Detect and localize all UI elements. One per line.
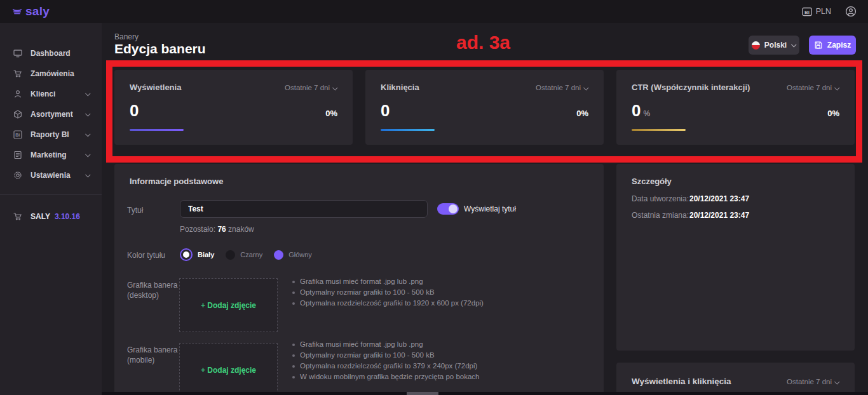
characters-remaining: Pozostało: 76 znaków (180, 225, 254, 234)
box-icon (13, 109, 23, 119)
floppy-icon (814, 41, 823, 50)
marketing-icon (13, 150, 23, 160)
section-title: Informacje podstawowe (130, 177, 223, 186)
detail-label: Data utworzenia: (632, 194, 689, 203)
show-title-toggle[interactable] (437, 203, 459, 215)
scrollbar-thumb[interactable] (407, 392, 438, 395)
stat-card-wyswietlenia: Wyświetlenia Ostatnie 7 dni 0 0% (114, 70, 353, 145)
show-title-label: Wyświetlaj tytuł (464, 204, 516, 213)
svg-text:Bi: Bi (15, 133, 20, 137)
chevron-down-icon (85, 111, 90, 116)
desktop-upload-dropzone[interactable]: + Dodaj zdjęcie (179, 278, 278, 332)
rule-item: Optymalny rozmiar grafiki to 100 - 500 k… (291, 351, 590, 359)
period-dropdown[interactable]: Ostatnie 7 dni (285, 84, 337, 91)
color-option-label: Główny (288, 251, 312, 258)
chevron-down-icon (85, 152, 90, 157)
mobile-image-rules: Grafika musi mieć format .jpg lub .png O… (291, 340, 590, 384)
mobile-image-label-2: (mobile) (127, 356, 154, 365)
period-dropdown[interactable]: Ostatnie 7 dni (787, 378, 839, 385)
color-option-glowny[interactable] (274, 250, 283, 260)
mobile-image-label: Grafika banera (127, 345, 177, 354)
stat-value: 0 (130, 101, 141, 121)
save-button-label: Zapisz (827, 41, 851, 50)
currency-code: PLN (816, 7, 831, 16)
stat-value: 0% (632, 101, 650, 121)
stat-title: Kliknięcia (381, 83, 419, 92)
bi-icon: Bi (13, 130, 23, 140)
currency-selector[interactable]: Bi PLN (802, 7, 831, 17)
logo-text: saly (25, 4, 50, 18)
color-option-czarny[interactable] (226, 250, 235, 260)
sidebar-item-label: Asortyment (31, 110, 83, 119)
language-dropdown[interactable]: Polski (749, 36, 799, 55)
period-dropdown[interactable]: Ostatnie 7 dni (536, 84, 588, 91)
sidebar-item-asortyment[interactable]: Asortyment (0, 104, 102, 124)
add-photo-button[interactable]: + Dodaj zdjęcie (201, 366, 256, 375)
sidebar-item-label: Ustawienia (31, 171, 83, 180)
account-icon[interactable] (845, 6, 857, 17)
sidebar-item-label: Zamówienia (31, 69, 90, 78)
mobile-upload-dropzone[interactable]: + Dodaj zdjęcie (179, 343, 278, 395)
sidebar-item-label: Raporty BI (31, 130, 83, 139)
app-version[interactable]: 3.10.16 (55, 212, 80, 221)
sidebar: Dashboard Zamówienia Klienci Asortyment (0, 23, 102, 395)
sidebar-item-klienci[interactable]: Klienci (0, 84, 102, 104)
detail-value: 20/12/2021 23:47 (689, 194, 749, 203)
sidebar-item-label: Klienci (31, 90, 83, 98)
details-title: Szczegóły (632, 177, 672, 186)
color-option-bialy[interactable] (180, 248, 193, 261)
bottom-scrollbar-track (102, 392, 868, 395)
chevron-down-icon (791, 42, 796, 47)
chevron-down-icon (85, 91, 90, 96)
app-version-row: SALY 3.10.16 (0, 211, 102, 222)
stat-title: CTR (Współczynnik interakcji) (632, 83, 750, 92)
stat-change: 0% (576, 109, 588, 118)
sidebar-item-ustawienia[interactable]: Ustawienia (0, 165, 102, 185)
rule-item: Optymalna rozdzielczość grafiki to 379 x… (291, 362, 590, 370)
sidebar-item-marketing[interactable]: Marketing (0, 145, 102, 165)
desktop-image-label: Grafika banera (127, 281, 177, 290)
color-field-label: Kolor tytułu (127, 251, 165, 260)
user-icon (13, 89, 23, 99)
save-button[interactable]: Zapisz (809, 36, 856, 55)
add-photo-button[interactable]: + Dodaj zdjęcie (201, 301, 256, 310)
basic-info-panel: Informacje podstawowe Tytuł Wyświetlaj t… (114, 164, 604, 395)
stat-value: 0 (381, 101, 392, 121)
annotation-text: ad. 3a (456, 32, 510, 53)
rule-item: Optymalny rozmiar grafiki to 100 - 500 k… (291, 288, 590, 296)
topbar-right: Bi PLN (802, 6, 857, 17)
rule-item: Optymalna rozdzielczość grafiki to 1920 … (291, 299, 590, 307)
chevron-down-icon (85, 131, 90, 137)
sparkline (381, 129, 435, 131)
detail-label: Ostatnia zmiana: (632, 211, 689, 220)
svg-text:Bi: Bi (804, 9, 810, 15)
details-panel: Szczegóły Data utworzenia: 20/12/2021 23… (616, 164, 855, 351)
sidebar-item-zamowienia[interactable]: Zamówienia (0, 64, 102, 84)
app-logo[interactable]: saly (11, 4, 50, 18)
poland-flag-icon (752, 41, 760, 50)
stat-card-klikniecia: Kliknięcia Ostatnie 7 dni 0 0% (365, 70, 604, 145)
cart-icon (13, 211, 23, 222)
period-dropdown[interactable]: Ostatnie 7 dni (787, 84, 839, 91)
stat-title: Wyświetlenia (130, 83, 181, 92)
sparkline (130, 129, 184, 131)
chevron-down-icon (834, 85, 839, 90)
sidebar-divider (0, 194, 102, 195)
currency-icon: Bi (802, 7, 812, 17)
title-color-options: Biały Czarny Główny (180, 248, 323, 262)
page-title: Edycja baneru (114, 41, 206, 57)
detail-value: 20/12/2021 23:47 (689, 211, 749, 220)
title-input[interactable] (180, 200, 428, 218)
monitor-icon (13, 48, 23, 58)
sidebar-item-raporty-bi[interactable]: Bi Raporty BI (0, 124, 102, 145)
chevron-down-icon (332, 85, 337, 90)
rule-item: W widoku mobilnym grafika będzie przycię… (291, 373, 590, 380)
rule-item: Grafika musi mieć format .jpg lub .png (291, 278, 590, 285)
views-clicks-panel: Wyświetlenia i kliknięcia Ostatnie 7 dni (616, 363, 855, 395)
detail-row: Data utworzenia: 20/12/2021 23:47 (632, 194, 689, 203)
cart-logo-icon (11, 6, 23, 17)
sidebar-item-dashboard[interactable]: Dashboard (0, 43, 102, 64)
views-clicks-title: Wyświetlenia i kliknięcia (632, 377, 731, 386)
stat-change: 0% (827, 109, 839, 118)
stat-card-ctr: CTR (Współczynnik interakcji) Ostatnie 7… (616, 70, 855, 145)
